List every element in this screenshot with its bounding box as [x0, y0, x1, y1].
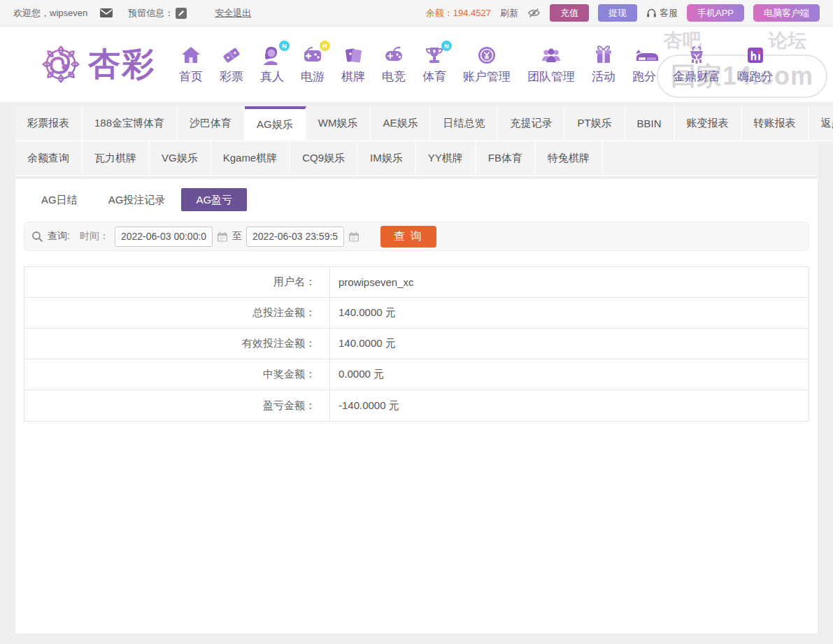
tab-daily-summary[interactable]: 日结总览	[431, 106, 498, 141]
date-from-input[interactable]	[115, 227, 213, 247]
tab-im-entertainment[interactable]: IM娱乐	[358, 141, 416, 176]
customer-service-label: 客服	[660, 7, 678, 20]
tab-bbin[interactable]: BBIN	[625, 106, 675, 141]
nav-item-haipaofen[interactable]: 嗨跑分	[729, 44, 781, 85]
tab-row-filler	[603, 141, 818, 176]
row-value: -140.0000 元	[330, 390, 399, 421]
row-label: 有效投注金额：	[24, 329, 330, 359]
reserved-info-label: 预留信息：	[128, 7, 173, 20]
tab-yy-cards[interactable]: YY棋牌	[416, 141, 476, 176]
message-envelope-icon[interactable]	[100, 8, 113, 17]
tab-row-1: 彩票报表 188金宝博体育 沙巴体育 AG娱乐 WM娱乐 AE娱乐 日结总览 充…	[15, 106, 818, 141]
nav-item-team[interactable]: 团队管理	[519, 44, 583, 85]
home-icon	[180, 44, 202, 66]
table-row-total-bet: 总投注金额： 140.0000 元	[24, 298, 809, 329]
tab-balance-query[interactable]: 余额查询	[15, 141, 83, 176]
recharge-button[interactable]: 充值	[550, 4, 589, 22]
calendar-icon-to[interactable]	[348, 231, 359, 242]
hi-icon	[744, 44, 767, 66]
slots-icon: H	[301, 44, 324, 66]
nav-item-esports[interactable]: 电竞	[373, 44, 414, 85]
hide-balance-eye-slash-icon[interactable]	[527, 8, 541, 18]
search-icon	[31, 231, 43, 243]
tab-transfer-report[interactable]: 转账报表	[742, 106, 809, 141]
nav-item-lottery[interactable]: 彩票	[211, 44, 252, 85]
tab-wm-entertainment[interactable]: WM娱乐	[306, 106, 371, 141]
tab-ag-entertainment[interactable]: AG娱乐	[245, 106, 306, 141]
row-label: 中奖金额：	[24, 359, 330, 389]
gift-icon	[592, 44, 615, 66]
nav-item-jinding[interactable]: 金鼎财富	[664, 44, 729, 85]
account-coin-icon	[476, 44, 498, 66]
report-tabs: 彩票报表 188金宝博体育 沙巴体育 AG娱乐 WM娱乐 AE娱乐 日结总览 充…	[15, 106, 818, 176]
calendar-icon-from[interactable]	[217, 231, 228, 242]
tab-saba-sports[interactable]: 沙巴体育	[178, 106, 245, 141]
customer-service[interactable]: 客服	[646, 7, 678, 20]
withdraw-button[interactable]: 提现	[598, 4, 637, 22]
topbar: 欢迎您，wipseven 预留信息： 安全退出 余额：194.4527 刷新 充…	[0, 0, 833, 27]
nav-item-live[interactable]: N 真人	[252, 44, 292, 85]
query-button[interactable]: 查 询	[380, 226, 436, 248]
nav-item-cards[interactable]: 棋牌	[333, 44, 373, 85]
edit-pencil-icon[interactable]	[176, 8, 187, 19]
query-bar: 查询: 时间： 至 查 询	[24, 222, 809, 251]
tab-account-change-report[interactable]: 账变报表	[675, 106, 742, 141]
live-person-icon: N	[261, 44, 283, 66]
row-label: 盈亏金额：	[24, 390, 330, 421]
tab-tetu-cards[interactable]: 特兔棋牌	[536, 141, 603, 176]
trophy-icon: N	[423, 44, 446, 66]
headset-icon	[646, 8, 657, 18]
row-value: 140.0000 元	[330, 329, 396, 359]
tab-deposit-withdraw-records[interactable]: 充提记录	[498, 106, 565, 141]
subtab-ag-bet-records[interactable]: AG投注记录	[94, 188, 180, 211]
row-label: 总投注金额：	[24, 298, 330, 328]
content-panel: AG日结 AG投注记录 AG盈亏 查询: 时间： 至 查 询 用户名： prow…	[15, 179, 818, 634]
logo-text: 杏彩	[88, 43, 155, 86]
nav-item-account[interactable]: 账户管理	[455, 44, 519, 85]
tab-vg-entertainment[interactable]: VG娱乐	[150, 141, 211, 176]
tab-lottery-report[interactable]: 彩票报表	[15, 106, 83, 141]
subtab-ag-profit-loss[interactable]: AG盈亏	[181, 188, 247, 211]
balance-value: 194.4527	[453, 8, 491, 18]
team-icon	[540, 44, 562, 66]
badge-h: H	[320, 41, 330, 51]
nav-item-egames[interactable]: H 电游	[292, 44, 333, 85]
nav-item-promotions[interactable]: 活动	[583, 44, 624, 85]
pc-client-button[interactable]: 电脑客户端	[753, 4, 820, 22]
tab-ae-entertainment[interactable]: AE娱乐	[371, 106, 431, 141]
tab-cq9-entertainment[interactable]: CQ9娱乐	[290, 141, 358, 176]
table-row-username: 用户名： prowipseven_xc	[24, 267, 809, 298]
tab-fb-sports[interactable]: FB体育	[476, 141, 536, 176]
tab-wali-cards[interactable]: 瓦力棋牌	[83, 141, 150, 176]
time-label: 时间：	[80, 230, 109, 243]
refresh-link[interactable]: 刷新	[500, 7, 518, 20]
main-nav: 首页 彩票 N 真人 H 电游 棋牌	[171, 44, 781, 85]
nav-item-sports[interactable]: N 体育	[414, 44, 455, 85]
row-value: 140.0000 元	[330, 298, 396, 328]
to-label: 至	[232, 230, 242, 243]
row-value: prowipseven_xc	[330, 267, 414, 297]
subtab-ag-daily[interactable]: AG日结	[27, 188, 92, 211]
nav-item-home[interactable]: 首页	[171, 44, 211, 85]
table-row-win-amount: 中奖金额： 0.0000 元	[24, 359, 809, 390]
rhino-icon	[633, 44, 655, 66]
flower-logo-icon	[39, 43, 83, 86]
mobile-app-button[interactable]: 手机APP	[687, 4, 744, 22]
tripod-icon	[685, 44, 708, 66]
balance-label: 余额：	[426, 8, 453, 18]
nav-item-paofen[interactable]: 跑分	[624, 44, 664, 85]
balance-text: 余额：194.4527	[426, 7, 491, 20]
badge-n: N	[279, 41, 290, 51]
site-logo[interactable]: 杏彩	[39, 43, 155, 86]
query-label: 查询:	[48, 230, 70, 243]
logout-link[interactable]: 安全退出	[215, 7, 251, 20]
tab-kgame-cards[interactable]: Kgame棋牌	[211, 141, 291, 176]
tab-188-sports[interactable]: 188金宝博体育	[83, 106, 178, 141]
date-to-input[interactable]	[246, 227, 344, 247]
tab-row-2: 余额查询 瓦力棋牌 VG娱乐 Kgame棋牌 CQ9娱乐 IM娱乐 YY棋牌 F…	[15, 141, 818, 176]
row-label: 用户名：	[24, 267, 330, 297]
tab-pt-entertainment[interactable]: PT娱乐	[565, 106, 625, 141]
tab-rebate-total[interactable]: 返点总额	[809, 106, 833, 141]
welcome-text: 欢迎您，wipseven	[13, 7, 87, 20]
table-row-valid-bet: 有效投注金额： 140.0000 元	[24, 329, 809, 359]
